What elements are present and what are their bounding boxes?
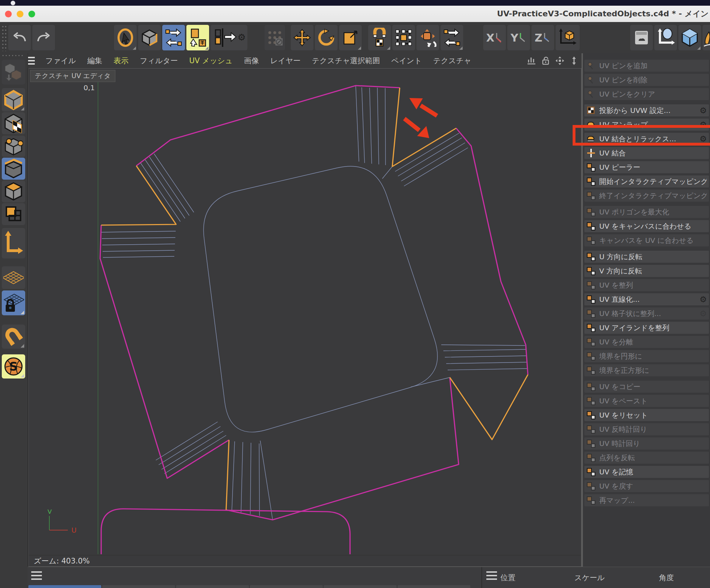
coordinate-system-button[interactable]: [555, 24, 580, 51]
polygons-mode-icon[interactable]: [2, 180, 25, 202]
angle-label: 角度: [659, 573, 674, 583]
uv-command-label: UV を戻す: [599, 481, 707, 491]
straighten-icon: [586, 295, 596, 304]
uv-command-label: UV をキャンバスに合わせる: [599, 222, 707, 231]
uv-inner-edges: [102, 86, 527, 520]
svg-text:⚙: ⚙: [237, 32, 245, 43]
move-tool[interactable]: [290, 24, 314, 51]
uv-command-item[interactable]: UV をキャンバスに合わせる: [584, 220, 709, 232]
uv-command-item[interactable]: U 方向に反転: [584, 251, 709, 263]
lock-uv-mesh-icon[interactable]: [2, 290, 25, 315]
pin-clear-icon: [586, 89, 596, 99]
uv-command-item[interactable]: UV を記憶: [584, 466, 709, 478]
menu-item[interactable]: 編集: [87, 56, 102, 66]
menu-item[interactable]: 表示: [114, 56, 129, 66]
uv-command-item[interactable]: 投影から UVW 設定...⚙: [584, 104, 709, 116]
snap-magnet-icon[interactable]: [2, 325, 25, 349]
pen-tool-partial[interactable]: [702, 24, 710, 51]
uv-command-item: UV 格子状に整列...⚙: [584, 307, 709, 320]
bottom-right-hamburger-icon[interactable]: [486, 571, 497, 580]
close-window-button[interactable]: [5, 11, 12, 17]
memorize-icon: [586, 467, 596, 477]
uv-command-label: UV を分離: [599, 337, 707, 347]
menu-item[interactable]: UV メッシュ: [189, 56, 233, 66]
live-selection-tool[interactable]: [114, 24, 137, 51]
view-cube-button[interactable]: [678, 24, 701, 51]
align-icon: [586, 281, 596, 290]
histogram-icon[interactable]: [527, 56, 536, 65]
render-settings-button[interactable]: [630, 24, 653, 51]
model-mode-icon[interactable]: [2, 88, 25, 111]
snap-grid-disabled-button[interactable]: [264, 24, 285, 51]
gear-icon[interactable]: ⚙: [699, 107, 707, 115]
gear-icon[interactable]: ⚙: [699, 295, 707, 304]
uv-command-item[interactable]: UV 結合: [584, 147, 709, 159]
redo-button[interactable]: [32, 24, 55, 51]
pin-add-icon: [586, 61, 596, 70]
mode-cube-button[interactable]: [138, 24, 161, 51]
uv-command-item[interactable]: UV 直線化...⚙: [584, 293, 709, 305]
gizmo-rotate-tool[interactable]: [416, 24, 439, 51]
sidebar-grip[interactable]: [1, 54, 25, 58]
uv-command-label: UV をコピー: [599, 382, 707, 392]
v-axis-label: V: [47, 510, 52, 516]
texture-mode-icon[interactable]: [2, 112, 25, 134]
scale-tool[interactable]: [339, 24, 362, 51]
snap-s-ball-icon[interactable]: S: [2, 354, 25, 379]
zoom-window-button[interactable]: [28, 11, 35, 17]
uv-command-item: UV 反時計回り: [584, 423, 709, 435]
axis-modification-icon[interactable]: [2, 228, 25, 258]
rotate-tool[interactable]: [315, 24, 338, 51]
lock-open-icon[interactable]: [541, 56, 550, 65]
rectangle-selection-tool[interactable]: [392, 24, 415, 51]
uv-command-item[interactable]: V 方向に反転: [584, 265, 709, 277]
undo-button[interactable]: [8, 24, 31, 51]
menu-item[interactable]: フィルター: [140, 56, 178, 66]
uv-command-group: UV をコピーUV をペーストUV をリセットUV 反時計回りUV 時計回り点列…: [584, 381, 709, 506]
uv-layout-view[interactable]: [29, 69, 581, 554]
make-editable-icon[interactable]: [2, 60, 25, 85]
paste-icon: [586, 396, 596, 405]
macos-menubar: [0, 0, 710, 6]
bottom-tab-strip[interactable]: [28, 585, 470, 588]
toolbar-grip[interactable]: [1, 24, 6, 51]
z-axis-lock-button[interactable]: Z: [531, 24, 555, 51]
x-axis-lock-button[interactable]: X: [483, 24, 506, 51]
uv-editor-canvas[interactable]: テクスチャ UV エディタ 0,1 V U ズーム: 403.0%: [28, 68, 581, 567]
uv-command-item[interactable]: UV アイランドを整列: [584, 322, 709, 334]
uv-command-item: UV ピンを追加: [584, 60, 709, 72]
uv-command-item: UV を分離: [584, 336, 709, 348]
clamp-workflow-button[interactable]: ⚙: [210, 24, 248, 51]
viewport-layout-button[interactable]: [654, 24, 677, 51]
menu-item[interactable]: 画像: [244, 56, 259, 66]
bottom-left-hamburger-icon[interactable]: [31, 571, 42, 580]
edges-mode-icon[interactable]: [2, 158, 25, 180]
snap-tool[interactable]: [368, 24, 391, 51]
points-mode-icon[interactable]: [2, 136, 25, 157]
uv-command-item[interactable]: UV をリセット: [584, 409, 709, 421]
menu-item[interactable]: ペイント: [391, 56, 422, 66]
minimize-window-button[interactable]: [17, 11, 23, 17]
uv-command-label: UV ピンを追加: [599, 61, 707, 71]
uv-command-label: 境界を正方形に: [599, 366, 707, 375]
tab-texture-uv-editor[interactable]: テクスチャ UV エディタ: [30, 70, 115, 82]
y-axis-lock-button[interactable]: Y: [507, 24, 530, 51]
menu-item[interactable]: レイヤー: [270, 56, 300, 66]
annotation-arrows: [404, 98, 437, 138]
pan-view-icon[interactable]: [555, 56, 564, 65]
remap-icon: [586, 496, 596, 505]
uv-command-item[interactable]: 開始インタラクティブマッピング: [584, 175, 709, 187]
menu-item[interactable]: テクスチャ選択範囲: [312, 56, 380, 66]
uv-transform-secondary-tool[interactable]: [440, 24, 464, 51]
menu-item[interactable]: ファイル: [45, 56, 76, 66]
uv-polygon-edit-mode-icon[interactable]: [2, 203, 25, 225]
uv-mesh-icon[interactable]: [2, 266, 25, 289]
uv-command-group: UV ピンを追加UV ピンを削除UV ピンをクリア: [584, 60, 709, 100]
menu-item[interactable]: テクスチャ: [433, 56, 471, 66]
vertical-fit-icon[interactable]: [569, 56, 579, 65]
uv-transform-tool[interactable]: [162, 24, 185, 51]
uv-move-mode-button[interactable]: [186, 24, 209, 51]
uv-command-item[interactable]: UV ピーラー: [584, 161, 709, 173]
menubar-items: ファイル編集表示フィルターUV メッシュ画像レイヤーテクスチャ選択範囲ペイントテ…: [40, 56, 477, 66]
uv-command-item: キャンバスを UV に合わせる: [584, 234, 709, 246]
